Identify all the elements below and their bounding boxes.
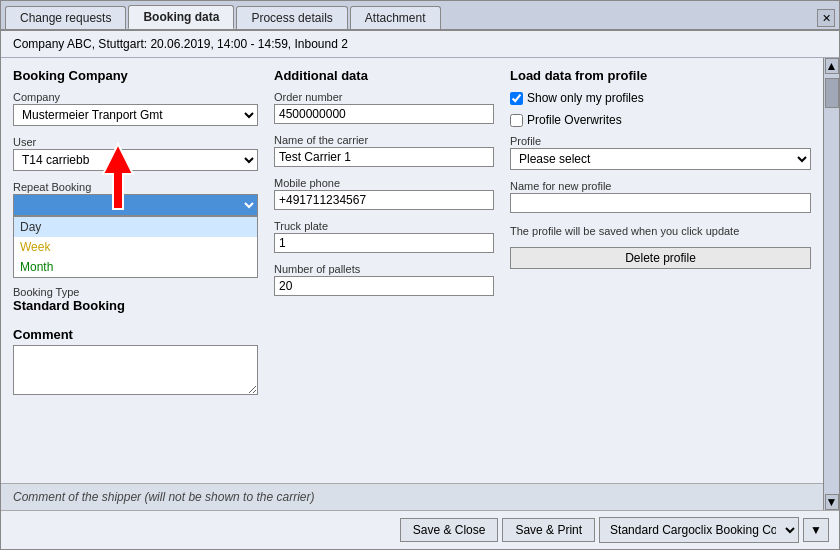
tab-process-details[interactable]: Process details [236,6,347,29]
user-select[interactable]: T14 carriebb [13,149,258,171]
pallets-group: Number of pallets [274,263,494,296]
profile-overwrites-row: Profile Overwrites [510,113,811,127]
comment-textarea[interactable] [13,345,258,395]
booking-company-title: Booking Company [13,68,258,83]
scroll-up-button[interactable]: ▲ [825,58,839,74]
repeat-booking-dropdown: Day Week Month [13,216,258,278]
company-select[interactable]: Mustermeier Tranport Gmt [13,104,258,126]
profile-label: Profile [510,135,811,147]
tab-bar: Change requests Booking data Process det… [1,1,839,31]
booking-company-section: Booking Company Company Mustermeier Tran… [13,68,258,473]
delete-profile-button[interactable]: Delete profile [510,247,811,269]
carrier-name-input[interactable] [274,147,494,167]
load-profile-section: Load data from profile Show only my prof… [510,68,811,473]
main-content: Booking Company Company Mustermeier Tran… [1,58,823,483]
new-profile-name-group: Name for new profile [510,180,811,213]
repeat-booking-select[interactable] [13,194,258,216]
save-print-button[interactable]: Save & Print [502,518,595,542]
scroll-bar[interactable]: ▲ ▼ [823,58,839,510]
dropdown-item-week[interactable]: Week [14,237,257,257]
content-area: Booking Company Company Mustermeier Tran… [1,58,839,510]
shipper-comment-label: Comment of the shipper (will not be show… [1,483,823,510]
dropdown-item-month[interactable]: Month [14,257,257,277]
pallets-input[interactable] [274,276,494,296]
new-profile-name-label: Name for new profile [510,180,811,192]
additional-data-title: Additional data [274,68,494,83]
truck-plate-input[interactable] [274,233,494,253]
show-only-my-checkbox[interactable] [510,92,523,105]
profile-select[interactable]: Please select [510,148,811,170]
profile-field-group: Profile Please select [510,135,811,170]
repeat-booking-label: Repeat Booking [13,181,258,193]
scroll-thumb[interactable] [825,78,839,108]
booking-type-value: Standard Booking [13,298,258,313]
tab-change-requests[interactable]: Change requests [5,6,126,29]
show-only-my-row: Show only my profiles [510,91,811,105]
tab-booking-data[interactable]: Booking data [128,5,234,29]
order-number-label: Order number [274,91,494,103]
main-window: Change requests Booking data Process det… [0,0,840,550]
order-number-input[interactable] [274,104,494,124]
pallets-label: Number of pallets [274,263,494,275]
tab-attachment[interactable]: Attachment [350,6,441,29]
carrier-name-group: Name of the carrier [274,134,494,167]
booking-conf-select[interactable]: Standard Cargoclix Booking Conf [599,517,799,543]
repeat-booking-wrapper: Day Week Month [13,194,258,216]
comment-label: Comment [13,327,258,342]
mobile-phone-label: Mobile phone [274,177,494,189]
mobile-phone-input[interactable] [274,190,494,210]
dropdown-item-day[interactable]: Day [14,217,257,237]
save-close-button[interactable]: Save & Close [400,518,499,542]
bottom-bar: Save & Close Save & Print Standard Cargo… [1,510,839,549]
booking-type-label: Booking Type [13,286,258,298]
content-inner: Booking Company Company Mustermeier Tran… [1,58,823,510]
order-number-group: Order number [274,91,494,124]
profile-overwrites-checkbox[interactable] [510,114,523,127]
user-field-group: User T14 carriebb [13,136,258,171]
header-info: Company ABC, Stuttgart: 20.06.2019, 14:0… [1,31,839,58]
header-text: Company ABC, Stuttgart: 20.06.2019, 14:0… [13,37,348,51]
scroll-down-button[interactable]: ▼ [825,494,839,510]
company-label: Company [13,91,258,103]
window-close-button[interactable]: ✕ [817,9,835,27]
repeat-booking-field-group: Repeat Booking Day Week Month [13,181,258,216]
booking-type-group: Booking Type Standard Booking [13,286,258,313]
mobile-phone-group: Mobile phone [274,177,494,210]
save-hint: The profile will be saved when you click… [510,225,811,237]
show-only-my-label: Show only my profiles [527,91,644,105]
carrier-name-label: Name of the carrier [274,134,494,146]
truck-plate-label: Truck plate [274,220,494,232]
comment-section: Comment [13,327,258,398]
load-profile-title: Load data from profile [510,68,811,83]
truck-plate-group: Truck plate [274,220,494,253]
booking-conf-dropdown-button[interactable]: ▼ [803,518,829,542]
additional-data-section: Additional data Order number Name of the… [274,68,494,473]
company-field-group: Company Mustermeier Tranport Gmt [13,91,258,126]
profile-overwrites-label: Profile Overwrites [527,113,622,127]
user-label: User [13,136,258,148]
new-profile-name-input[interactable] [510,193,811,213]
